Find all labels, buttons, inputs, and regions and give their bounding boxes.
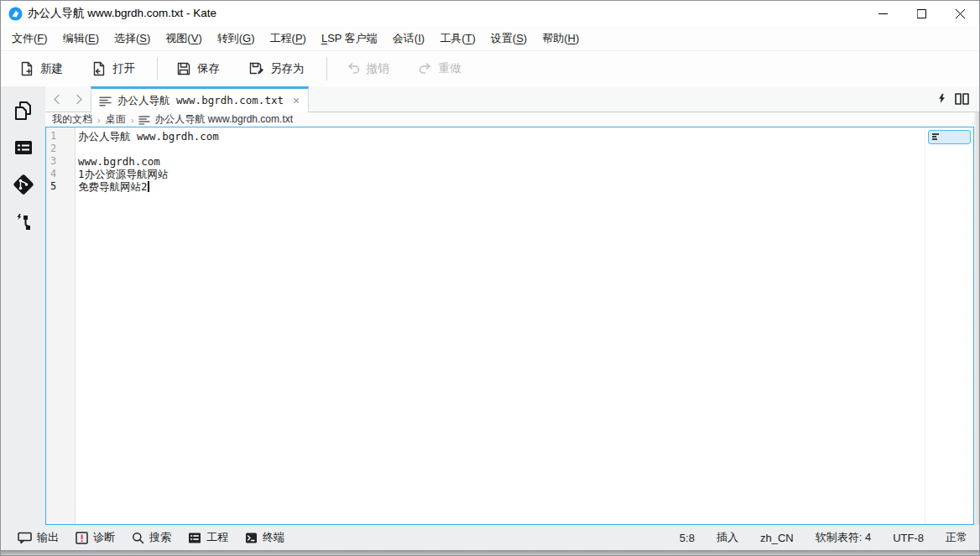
open-file-button[interactable]: 打开 — [83, 56, 143, 81]
kate-app-icon — [8, 7, 23, 21]
text-cursor — [148, 181, 149, 192]
git-icon — [11, 172, 36, 197]
output-label: 输出 — [37, 530, 59, 545]
breadcrumb-file[interactable]: 办公人导航 www.bgrdh.com.txt — [154, 112, 293, 127]
line-number: 3 — [46, 155, 75, 168]
dictionary[interactable]: zh_CN — [760, 532, 794, 544]
window-bottom-edge — [1, 550, 979, 555]
terminal-icon — [245, 532, 258, 544]
toolbar-separator — [157, 57, 158, 81]
lsp-symbol-outline-icon — [13, 210, 34, 232]
menu-selection[interactable]: 选择(S) — [107, 26, 158, 50]
undo-button: 撤销 — [337, 56, 398, 81]
diagnostics-icon — [76, 532, 88, 544]
breadcrumb: 我的文档 › 桌面 › 办公人导航 www.bgrdh.com.txt — [45, 112, 979, 127]
line-number-gutter: 1 2 3 4 5 — [46, 127, 76, 524]
open-file-label: 打开 — [112, 61, 135, 76]
menu-settings[interactable]: 设置(S) — [483, 26, 534, 50]
menu-view[interactable]: 视图(V) — [158, 26, 209, 50]
output-icon — [18, 532, 32, 544]
insert-mode[interactable]: 插入 — [717, 530, 738, 545]
save-as-icon — [248, 61, 264, 76]
tab-forward-button[interactable] — [68, 86, 91, 112]
tab-back-button[interactable] — [45, 86, 68, 112]
menu-bar: 文件(F) 编辑(E) 选择(S) 视图(V) 转到(G) 工程(P) LSP … — [1, 26, 979, 50]
code-line — [78, 143, 973, 155]
redo-button: 重做 — [409, 56, 470, 81]
diagnostics-toggle[interactable]: 诊断 — [67, 525, 123, 550]
content-column: 办公人导航 www.bgrdh.com.txt × 我的文档 › 桌面 › — [45, 86, 979, 525]
minimize-button[interactable] — [863, 1, 902, 26]
line-number: 4 — [46, 168, 75, 180]
minimap-scrollbar[interactable] — [925, 127, 973, 524]
tab-mode[interactable]: 软制表符: 4 — [816, 530, 871, 545]
maximize-button[interactable] — [902, 1, 941, 26]
project-toggle[interactable]: 工程 — [180, 525, 237, 550]
status-bar: 输出 诊断 搜索 工程 — [1, 525, 979, 550]
list-details-icon — [13, 137, 34, 158]
quick-open-icon[interactable] — [937, 93, 946, 106]
window-title: 办公人导航 www.bgrdh.com.txt - Kate — [28, 6, 216, 21]
documents-icon — [13, 100, 34, 122]
tabbar-empty-space — [309, 86, 937, 112]
new-file-icon — [19, 61, 34, 76]
breadcrumb-separator: › — [96, 115, 102, 125]
split-view-icon[interactable] — [955, 93, 969, 105]
menu-tools[interactable]: 工具(T) — [432, 26, 483, 50]
statusbar-right: 5:8 插入 zh_CN 软制表符: 4 UTF-8 正常 — [680, 530, 967, 545]
save-label: 保存 — [197, 61, 220, 76]
menu-edit[interactable]: 编辑(E) — [55, 26, 107, 50]
menu-goto[interactable]: 转到(G) — [210, 26, 263, 50]
sidebar-git-button[interactable] — [7, 166, 40, 203]
breadcrumb-desktop[interactable]: 桌面 — [106, 112, 126, 127]
menu-help[interactable]: 帮助(H) — [534, 26, 586, 50]
tab-title: 办公人导航 www.bgrdh.com.txt — [117, 94, 284, 108]
highlight-mode[interactable]: 正常 — [946, 530, 967, 545]
sidebar-documents-button[interactable] — [7, 92, 40, 129]
save-button[interactable]: 保存 — [168, 56, 228, 81]
chevron-right-icon — [76, 94, 83, 105]
undo-icon — [346, 61, 361, 76]
text-area[interactable]: 办公人导航 www.bgrdh.com www.bgrdh.com 1办公资源导… — [76, 127, 973, 524]
redo-label: 重做 — [439, 61, 461, 76]
line-number: 2 — [46, 143, 75, 155]
line-number: 1 — [46, 130, 75, 143]
sidebar-filesystem-button[interactable] — [7, 129, 40, 166]
undo-label: 撤销 — [367, 61, 389, 76]
code-line: 1办公资源导航网站 — [78, 168, 973, 180]
new-file-button[interactable]: 新建 — [11, 56, 71, 81]
menu-project[interactable]: 工程(P) — [263, 26, 314, 50]
menu-sessions[interactable]: 会话(I) — [385, 26, 432, 50]
tab-close-icon[interactable]: × — [289, 94, 300, 107]
menu-lsp-client[interactable]: LSP 客户端 — [314, 26, 385, 50]
diagnostics-label: 诊断 — [93, 530, 115, 545]
save-as-button[interactable]: 另存为 — [240, 56, 313, 81]
document-tab[interactable]: 办公人导航 www.bgrdh.com.txt × — [91, 86, 309, 112]
menu-file[interactable]: 文件(F) — [4, 26, 55, 50]
save-as-label: 另存为 — [270, 61, 305, 76]
maximize-icon — [917, 9, 926, 18]
minimap-view-indicator[interactable] — [928, 130, 971, 144]
main-area: 办公人导航 www.bgrdh.com.txt × 我的文档 › 桌面 › — [1, 86, 979, 525]
sidebar-lsp-symbols-button[interactable] — [7, 203, 40, 240]
tab-bar: 办公人导航 www.bgrdh.com.txt × — [45, 86, 979, 112]
encoding[interactable]: UTF-8 — [893, 532, 924, 544]
open-file-icon — [91, 61, 107, 76]
close-icon — [956, 9, 965, 18]
terminal-toggle[interactable]: 终端 — [237, 525, 293, 550]
breadcrumb-documents[interactable]: 我的文档 — [52, 112, 92, 127]
output-toggle[interactable]: 输出 — [9, 525, 67, 550]
chevron-left-icon — [53, 94, 60, 105]
close-button[interactable] — [941, 1, 979, 26]
breadcrumb-separator: › — [130, 115, 135, 125]
search-toggle[interactable]: 搜索 — [123, 525, 180, 550]
left-sidebar — [1, 86, 45, 525]
text-document-icon — [99, 96, 112, 107]
code-line-current: 免费导航网站2 — [78, 180, 973, 193]
title-bar: 办公人导航 www.bgrdh.com.txt - Kate — [1, 1, 979, 26]
cursor-position[interactable]: 5:8 — [680, 532, 695, 544]
editor-view[interactable]: 1 2 3 4 5 办公人导航 www.bgrdh.com www.bgrdh.… — [45, 127, 974, 525]
text-document-icon — [138, 115, 150, 125]
redo-icon — [418, 61, 433, 76]
search-label: 搜索 — [149, 530, 171, 545]
